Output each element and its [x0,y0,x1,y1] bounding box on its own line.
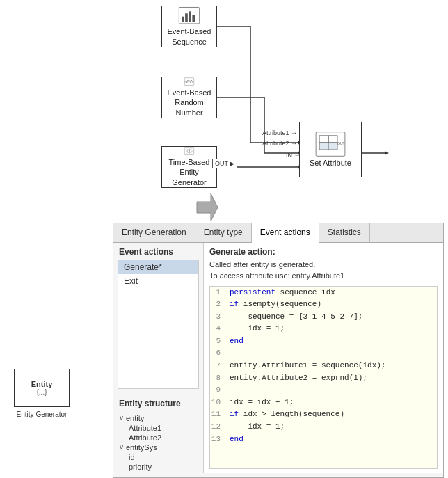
tree-id-label: id [129,453,135,461]
tree-attribute1: Attribute1 [119,423,198,433]
generate-action-desc: Called after entity is generated. To acc… [209,259,438,282]
tbeg-label: Time-BasedEntity Generator [162,157,216,187]
tree-attribute2-label: Attribute2 [129,433,161,442]
code-line-13: 13 end [210,433,437,446]
block-sa: OUT Attribute1 → Attribute2 → IN → Set A… [299,122,362,177]
code-line-12: 12 idx = 1; [210,421,437,433]
tree-id: id [119,452,198,462]
code-line-5: 5 end [210,335,437,348]
svg-rect-35 [319,143,328,150]
tree-entity-label: entity [126,414,144,422]
main-panel: Entity Generation Entity type Event acti… [113,223,444,478]
code-line-11: 11 if idx > length(sequence) [210,408,437,421]
generate-action-title: Generate action: [209,247,438,257]
svg-marker-12 [197,193,218,221]
svg-rect-18 [189,11,191,22]
tab-bar: Entity Generation Entity type Event acti… [113,223,443,243]
svg-rect-36 [328,143,337,150]
panel-left: Event actions Generate* Exit Entity stru… [113,243,204,473]
panel-body: Event actions Generate* Exit Entity stru… [113,243,443,473]
code-line-7: 7 entity.Attribute1 = sequence(idx); [210,360,437,372]
svg-point-23 [189,150,190,152]
diagram-area: Event-Based Sequence Event-BasedRandom N… [0,0,448,223]
chevron-entitysys: ∨ [119,443,124,451]
entity-block: Entity {...} [14,369,70,407]
entity-tree: ∨ entity Attribute1 Attribute2 ∨ entityS… [113,412,203,473]
code-line-6: 6 [210,347,437,360]
code-line-10: 10 idx = idx + 1; [210,397,437,409]
tree-entity: ∨ entity [119,413,198,423]
svg-marker-11 [385,151,389,155]
tree-entitysys-label: entitySys [126,443,157,452]
event-item-generate[interactable]: Generate* [118,260,198,274]
block-ebs: Event-Based Sequence [161,6,217,47]
block-tbeg: Time-BasedEntity Generator [161,146,217,188]
tab-statistics[interactable]: Statistics [319,223,370,242]
svg-text:OUT: OUT [337,141,345,145]
tbeg-out-badge: OUT ▶ [212,159,237,168]
svg-rect-17 [185,13,188,22]
svg-rect-16 [182,17,184,22]
chevron-entity: ∨ [119,414,124,422]
event-actions-list: Generate* Exit [118,260,199,389]
tab-entity-generation[interactable]: Entity Generation [113,223,195,242]
tree-attribute2: Attribute2 [119,433,198,443]
code-line-3: 3 sequence = [3 1 4 5 2 7]; [210,311,437,324]
tab-entity-type[interactable]: Entity type [195,223,252,242]
event-actions-label: Event actions [113,243,203,260]
code-line-8: 8 entity.Attribute2 = exprnd(1); [210,372,437,385]
tab-event-actions[interactable]: Event actions [252,223,319,243]
tree-entitysys: ∨ entitySys [119,443,198,452]
block-ebrn: Event-BasedRandom Number [161,77,217,118]
entity-structure-title: Entity structure [113,395,203,412]
entity-generator-label: Entity Generator [13,411,71,418]
code-line-2: 2 if isempty(sequence) [210,298,437,311]
tree-priority-label: priority [129,463,152,471]
ebrn-label: Event-BasedRandom Number [162,88,216,118]
panel-right: Generate action: Called after entity is … [204,243,443,473]
code-line-9: 9 [210,384,437,397]
code-editor[interactable]: 1 persistent sequence idx 2 if isempty(s… [209,286,438,469]
tree-attribute1-label: Attribute1 [129,424,161,432]
svg-rect-19 [192,15,195,22]
tree-priority: priority [119,462,198,472]
ebs-label: Event-Based Sequence [162,26,216,47]
entity-structure: Entity structure ∨ entity Attribute1 Att… [113,395,203,473]
event-item-exit[interactable]: Exit [118,274,198,288]
code-line-1: 1 persistent sequence idx [210,287,437,299]
sa-label: Set Attribute [310,158,351,168]
code-line-4: 4 idx = 1; [210,323,437,335]
